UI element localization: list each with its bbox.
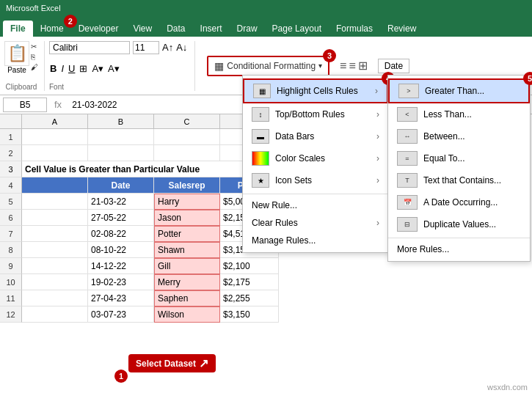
cf-group: ▦ Conditional Formatting ▾ 3 (207, 56, 329, 76)
cell[interactable]: 19-02-23 (88, 274, 154, 290)
cell[interactable]: $2,100 (220, 258, 279, 274)
highlight-cells-rules-wrapper: ▦ Highlight Cells Rules › 4 (243, 78, 388, 103)
cell[interactable]: Gill (154, 258, 220, 274)
font-name-input[interactable] (49, 41, 130, 54)
cell[interactable]: $3,150 (220, 306, 279, 323)
tab-formulas[interactable]: Formulas (329, 21, 380, 37)
cell[interactable]: Saphen (154, 290, 220, 306)
cut-button[interactable]: ✂ (31, 43, 38, 51)
top-bottom-icon: ↕ (252, 107, 269, 122)
cell[interactable]: $2,175 (220, 274, 279, 290)
data-bars-label: Data Bars (275, 131, 314, 142)
cell[interactable]: Jason (154, 210, 220, 226)
format-painter-button[interactable]: 🖌 (31, 63, 38, 71)
tab-pagelayout[interactable]: Page Layout (265, 21, 329, 37)
border-button[interactable]: ⊞ (79, 62, 88, 75)
tab-view[interactable]: View (125, 21, 159, 37)
row-number: 8 (0, 242, 22, 258)
cell[interactable] (22, 177, 88, 194)
cell[interactable]: 14-12-22 (88, 258, 154, 274)
increase-font-button[interactable]: A↑ (162, 42, 173, 53)
italic-button[interactable]: I (60, 62, 65, 75)
cell[interactable]: $2,255 (220, 290, 279, 306)
underline-button[interactable]: U (68, 62, 76, 75)
cell[interactable] (88, 129, 154, 145)
cell[interactable]: Merry (154, 274, 220, 290)
color-scales-item[interactable]: Color Scales › (243, 147, 388, 169)
icon-sets-item[interactable]: ★ Icon Sets › (243, 169, 388, 191)
cell[interactable] (88, 145, 154, 161)
cell[interactable] (22, 290, 88, 306)
cell[interactable]: Shawn (154, 242, 220, 258)
font-size-input[interactable] (133, 41, 159, 54)
tab-developer[interactable]: Developer (71, 21, 126, 37)
cell[interactable] (154, 145, 220, 161)
equal-to-item[interactable]: = Equal To... (388, 147, 530, 169)
cell[interactable]: Potter (154, 226, 220, 242)
cell[interactable] (22, 258, 88, 274)
cell[interactable] (22, 145, 88, 161)
copy-button[interactable]: ⎘ (31, 53, 38, 61)
date-button[interactable]: Date (378, 59, 409, 73)
conditional-formatting-button[interactable]: ▦ Conditional Formatting ▾ (207, 56, 329, 76)
more-rules-item[interactable]: More Rules... (388, 240, 530, 258)
manage-rules-item[interactable]: Manage Rules... (243, 232, 388, 249)
select-dataset-text: Select Dataset (136, 359, 196, 369)
cf-dropdown-menu: ▦ Highlight Cells Rules › 4 ↕ Top/Bottom… (242, 75, 389, 253)
cell-ref-input[interactable] (3, 98, 47, 112)
equal-to-label: Equal To... (423, 153, 464, 164)
cell[interactable]: 08-10-22 (88, 242, 154, 258)
clear-rules-item[interactable]: Clear Rules › (243, 214, 388, 232)
cell[interactable] (22, 129, 88, 145)
top-bottom-rules-item[interactable]: ↕ Top/Bottom Rules › (243, 103, 388, 125)
date-occurring-item[interactable]: 📅 A Date Occurring... (388, 191, 530, 213)
align-left-icon[interactable]: ≡ (340, 59, 346, 73)
tab-data[interactable]: Data (159, 21, 192, 37)
tab-insert[interactable]: Insert (193, 21, 230, 37)
cell[interactable] (22, 274, 88, 290)
tab-draw[interactable]: Draw (230, 21, 265, 37)
duplicate-values-item[interactable]: ⊟ Duplicate Values... (388, 213, 530, 235)
cell[interactable]: 02-08-22 (88, 226, 154, 242)
ribbon-tabs: File Home 2 Developer View Data Insert D… (0, 16, 532, 37)
cell[interactable]: Salesrep (154, 177, 220, 194)
equal-to-icon: = (397, 151, 418, 166)
paste-button[interactable]: 📋 Paste (4, 41, 29, 74)
highlight-cells-label: Highlight Cells Rules (277, 86, 358, 96)
cell[interactable]: 03-07-23 (88, 306, 154, 323)
less-than-item[interactable]: < Less Than... (388, 103, 530, 125)
data-bars-item[interactable]: ▬ Data Bars › (243, 125, 388, 147)
cell[interactable] (22, 194, 88, 210)
greater-than-item[interactable]: > Greater Than... (388, 78, 530, 103)
cell[interactable] (22, 210, 88, 226)
tab-review[interactable]: Review (380, 21, 423, 37)
font-color-button[interactable]: A▾ (107, 62, 120, 75)
cell[interactable] (22, 226, 88, 242)
new-rule-item[interactable]: New Rule... (243, 196, 388, 214)
cell[interactable]: Wilson (154, 306, 220, 323)
between-item[interactable]: ↔ Between... (388, 125, 530, 147)
col-header-b: B (88, 114, 154, 129)
alignment-group: ≡ ≡ ⊞ (340, 59, 368, 73)
bold-button[interactable]: B (49, 62, 57, 75)
cell[interactable]: Date (88, 177, 154, 194)
align-center-icon[interactable]: ≡ (349, 59, 355, 73)
more-rules-label: More Rules... (397, 244, 449, 254)
font-row1: A↑ A↓ (49, 41, 187, 54)
text-contains-item[interactable]: T Text that Contains... (388, 169, 530, 191)
merge-cells-icon[interactable]: ⊞ (358, 59, 368, 73)
cell[interactable]: 27-04-23 (88, 290, 154, 306)
cell[interactable]: 27-05-22 (88, 210, 154, 226)
highlight-cells-rules-item[interactable]: ▦ Highlight Cells Rules › (243, 78, 388, 103)
cell[interactable]: 21-03-22 (88, 194, 154, 210)
row-number: 11 (0, 290, 22, 306)
fill-color-button[interactable]: A▾ (91, 62, 104, 75)
row-number: 2 (0, 145, 22, 161)
cell[interactable]: Harry (154, 194, 220, 210)
tab-file[interactable]: File (3, 21, 33, 37)
cell[interactable] (154, 129, 220, 145)
cell[interactable] (22, 306, 88, 323)
tab-home[interactable]: Home 2 (33, 21, 71, 37)
decrease-font-button[interactable]: A↓ (176, 42, 187, 53)
cell[interactable] (22, 242, 88, 258)
